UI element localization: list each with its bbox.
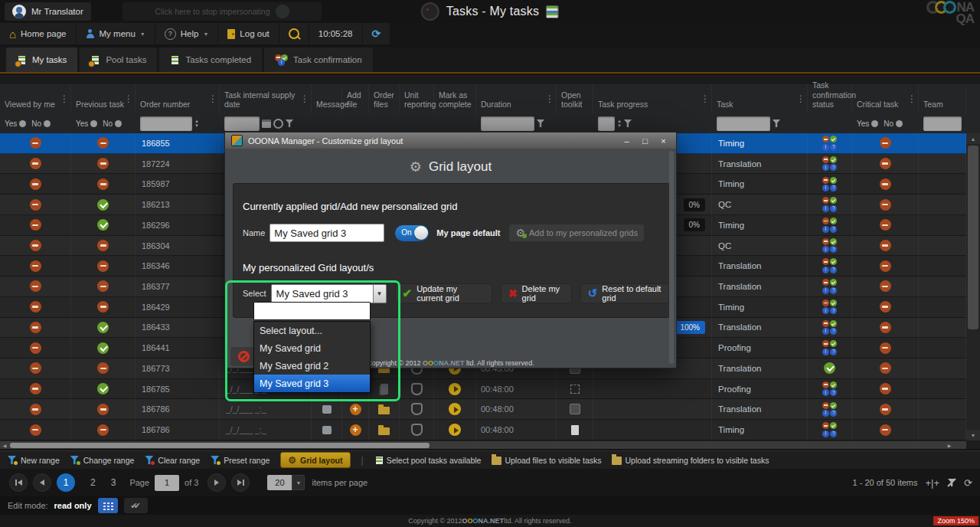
clock-icon[interactable] [273, 119, 283, 129]
change-range-button[interactable]: Change range [70, 456, 135, 465]
menu-search[interactable] [279, 23, 309, 44]
dropdown-filter-input[interactable] [253, 302, 371, 320]
column-header-date[interactable]: Task internal supply date⋮ [220, 84, 312, 113]
column-header-files[interactable]: Order files [369, 84, 400, 113]
add-file-icon[interactable]: + [350, 404, 361, 415]
yes-radio[interactable] [871, 120, 878, 127]
upload-streaming-button[interactable]: Upload streaming folders to visible task… [612, 455, 769, 465]
scroll-left-icon[interactable]: ◀ [0, 443, 9, 448]
grid-name-input[interactable] [270, 224, 384, 242]
toolkit-dashed-icon[interactable] [570, 385, 580, 394]
select-pool-tasks-button[interactable]: Select pool tasks available [374, 455, 482, 465]
column-header-complete[interactable]: Mark as complete [434, 84, 476, 113]
column-header-conf[interactable]: Task confirmation status [808, 84, 852, 113]
vertical-scrollbar[interactable]: ▲ ▼ [966, 133, 980, 440]
column-menu-icon[interactable]: ⋮ [907, 93, 916, 104]
order-files-stack-icon[interactable] [381, 384, 388, 394]
page-size-arrow-icon[interactable]: ▼ [292, 475, 305, 490]
page-number-input[interactable] [155, 475, 179, 491]
column-header-critical[interactable]: Critical task⋮ [852, 84, 919, 113]
page-default-toggle[interactable]: On [395, 225, 429, 241]
dropdown-option[interactable]: My Saved grid [254, 339, 370, 357]
unit-reporting-icon[interactable] [411, 424, 423, 436]
column-menu-icon[interactable]: ⋮ [701, 93, 710, 104]
scroll-right-icon[interactable]: ▶ [945, 443, 954, 448]
column-header-task[interactable]: Task⋮ [712, 84, 808, 113]
grid-layout-button[interactable]: ⚙ Grid layout [280, 452, 350, 468]
menu-my-menu[interactable]: My menu ▼ [77, 23, 155, 44]
menu-refresh[interactable]: ⟳ [363, 23, 391, 44]
close-window-button[interactable]: × [657, 136, 670, 146]
previous-page-button[interactable] [33, 473, 51, 492]
column-menu-icon[interactable]: ⋮ [60, 93, 69, 104]
dialog-scrollbar[interactable] [669, 151, 674, 364]
tab-my-tasks[interactable]: My tasks [6, 47, 77, 72]
tab-tasks-completed[interactable]: Tasks completed [159, 47, 262, 72]
column-header-duration[interactable]: Duration⋮ [476, 84, 557, 113]
clear-range-button[interactable]: Clear range [145, 456, 200, 465]
minimize-button[interactable]: – [620, 136, 633, 146]
filter-input[interactable] [717, 116, 770, 131]
order-files-folder-icon[interactable] [378, 427, 390, 435]
toolkit-document-icon[interactable] [571, 425, 579, 435]
calendar-icon[interactable] [262, 119, 271, 128]
menu-home-page[interactable]: ⌂ Home page [0, 23, 77, 44]
unit-reporting-icon[interactable] [411, 383, 423, 395]
clear-filters-icon[interactable] [947, 478, 956, 487]
reset-grid-button[interactable]: ↺ Reset to default grid [580, 283, 669, 303]
unit-reporting-icon[interactable] [411, 403, 423, 415]
update-grid-button[interactable]: ✔ Update my current grid [395, 283, 492, 303]
vertical-scroll-thumb[interactable] [968, 146, 978, 329]
column-header-order[interactable]: Order number⋮ [136, 84, 220, 113]
page-2-button[interactable]: 2 [90, 477, 96, 488]
mark-complete-play-icon[interactable] [449, 403, 461, 415]
column-header-msg[interactable]: Message [312, 84, 342, 113]
table-row[interactable]: 186785_/_/___ _:_00:48:00Proofingi? [0, 379, 966, 400]
last-page-button[interactable] [231, 473, 250, 492]
yes-radio[interactable] [90, 120, 97, 127]
toolkit-sync-icon[interactable] [570, 404, 580, 414]
filter-input[interactable] [140, 116, 192, 131]
filter-input[interactable] [481, 116, 534, 131]
column-menu-icon[interactable]: ⋮ [796, 93, 805, 104]
spinner-icon[interactable]: ▲▼ [194, 119, 199, 128]
column-menu-icon[interactable]: ⋮ [208, 93, 217, 104]
horizontal-scrollbar[interactable]: ◀ ▶ [0, 441, 966, 449]
add-file-icon[interactable]: + [350, 424, 361, 436]
no-radio[interactable] [115, 120, 122, 127]
filter-input[interactable] [598, 116, 615, 131]
filter-funnel-icon[interactable] [773, 119, 780, 127]
spinner-icon[interactable]: ▲▼ [617, 119, 622, 128]
maximize-button[interactable]: □ [639, 136, 652, 146]
fit-columns-icon[interactable]: +|+ [926, 477, 940, 489]
grid-view-button[interactable] [98, 498, 118, 513]
dialog-title-bar[interactable]: OOONA Manager - Customize grid layout – … [225, 133, 676, 149]
column-header-team[interactable]: Team [919, 84, 966, 113]
column-menu-icon[interactable]: ⋮ [124, 93, 133, 104]
current-user-chip[interactable]: Mr Translator [5, 2, 91, 21]
reload-icon[interactable]: ⟳ [964, 477, 972, 489]
stop-impersonating-button[interactable]: Click here to stop impersonating [122, 2, 322, 21]
message-icon[interactable] [322, 405, 332, 414]
upload-files-button[interactable]: Upload files to visible tasks [492, 455, 601, 465]
current-page-button[interactable]: 1 [57, 473, 75, 492]
column-header-progress[interactable]: Task progress⋮ [593, 84, 712, 113]
next-page-button[interactable] [207, 473, 226, 492]
no-radio[interactable] [896, 120, 903, 127]
column-header-unit[interactable]: Unit reporting [400, 84, 434, 113]
order-files-folder-icon[interactable] [378, 407, 390, 414]
yes-radio[interactable] [19, 120, 26, 127]
page-3-button[interactable]: 3 [111, 477, 116, 488]
layout-select[interactable]: My Saved grid 3 ▼ [271, 284, 387, 303]
page-size-select[interactable]: 20 [267, 475, 292, 490]
first-page-button[interactable] [9, 473, 28, 492]
no-radio[interactable] [44, 120, 51, 127]
select-arrow-icon[interactable]: ▼ [374, 284, 387, 303]
tab-pool-tasks[interactable]: Pool tasks [80, 47, 157, 72]
dropdown-option[interactable]: Select layout... [254, 322, 370, 339]
table-row[interactable]: 186786_/_/___ _:_+00:48:00Timingi? [0, 420, 966, 440]
menu-log-out[interactable]: Log out [218, 23, 279, 44]
preset-range-button[interactable]: Preset range [211, 456, 270, 465]
horizontal-scroll-thumb[interactable] [10, 443, 430, 448]
filter-input[interactable] [224, 116, 260, 131]
